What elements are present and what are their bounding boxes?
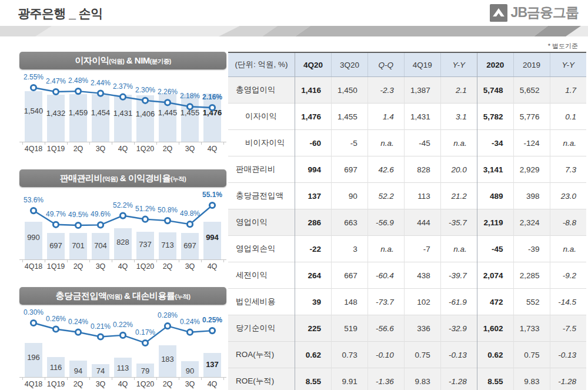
financial-table: (단위: 억원, %)4Q203Q20Q-Q4Q19Y-Y20202019Y-Y… — [228, 52, 586, 390]
table-cell: -35.7 — [440, 209, 477, 236]
table-cell: -34 — [477, 130, 513, 156]
table-row: ROA(누적)0.620.73-0.100.75-0.130.620.75-0.… — [228, 342, 586, 368]
table-cell: 1,455 — [331, 104, 368, 130]
table-cell: -39 — [513, 236, 550, 262]
line-value-label: 0.25% — [197, 316, 228, 324]
row-label: ROA(누적) — [228, 342, 295, 368]
chart-title-left: 충당금전입액 — [55, 291, 106, 301]
table-cell: 286 — [295, 209, 332, 236]
table-cell: 9.83 — [404, 368, 440, 390]
interest-income-nim-chart: 1,5404Q181,4321Q191,4592Q1,4543Q1,4314Q1… — [19, 71, 226, 161]
table-cell: 148 — [331, 289, 368, 315]
brand-name: JB금융그룹 — [511, 4, 579, 22]
table-cell: 1,431 — [404, 104, 440, 130]
table-cell: 472 — [477, 289, 513, 315]
line-marker — [75, 329, 81, 335]
table-cell: 1,387 — [404, 77, 440, 104]
line-marker — [165, 100, 170, 105]
column-header: Q-Q — [368, 52, 404, 77]
column-header: 2020 — [477, 52, 513, 77]
table-cell: -7.5 — [550, 315, 586, 342]
table-cell: 5,782 — [477, 104, 513, 130]
table-cell: 994 — [295, 156, 332, 183]
table-cell: 519 — [331, 315, 368, 342]
chart-title-left: 판매관리비 — [60, 173, 103, 183]
chart-panel-interest-income: 이자이익(억원) & NIM(분기중) 1,5404Q181,4321Q191,… — [19, 52, 226, 161]
table-cell: 2,119 — [477, 209, 513, 236]
row-label: 비이자이익 — [228, 130, 295, 156]
row-label: ROE(누적) — [228, 368, 295, 390]
table-cell: 1,416 — [295, 77, 332, 104]
table-row: 비이자이익-60-5n.a.-45n.a.-34-124n.a. — [228, 130, 586, 156]
table-area: * 별도기준 (단위: 억원, %)4Q203Q20Q-Q4Q19Y-Y2020… — [228, 52, 586, 390]
line-value-label: 2.16% — [197, 93, 228, 101]
table-cell: -7 — [404, 236, 440, 262]
table-cell: -45 — [477, 236, 513, 262]
table-cell: 5,776 — [513, 104, 550, 130]
table-cell: 1.4 — [368, 104, 404, 130]
provision-credit-cost-chart: 1964Q181161Q19942Q743Q1134Q791Q201832Q90… — [19, 306, 226, 390]
line-marker — [120, 213, 125, 218]
table-cell: 1,733 — [513, 315, 550, 342]
table-cell: 20.0 — [440, 156, 477, 183]
column-header: Y-Y — [550, 52, 586, 77]
table-cell: 2,285 — [513, 262, 550, 289]
table-cell: -9.2 — [550, 262, 586, 289]
line-marker — [120, 94, 125, 99]
table-cell: 1.7 — [550, 77, 586, 104]
table-cell: 52.2 — [368, 183, 404, 209]
table-cell: 3 — [331, 236, 368, 262]
chart-title: 충당금전입액(억원) & 대손비용률(누적) — [19, 287, 226, 305]
column-header: 4Q20 — [295, 52, 332, 77]
charts-column: 이자이익(억원) & NIM(분기중) 1,5404Q181,4321Q191,… — [19, 52, 226, 390]
line-marker — [187, 329, 192, 335]
table-cell: 0.62 — [295, 342, 332, 368]
chart-title: 판매관리비(억원) & 이익경비율(누적) — [19, 169, 226, 187]
line-marker — [142, 340, 148, 345]
brand-logo: JB금융그룹 — [490, 4, 579, 22]
table-cell: 0.75 — [513, 342, 550, 368]
table-row: 영업이익286663-56.9444-35.72,1192,324-8.8 — [228, 209, 586, 236]
column-header: 3Q20 — [331, 52, 368, 77]
table-cell: 697 — [331, 156, 368, 183]
table-cell: -0.10 — [368, 342, 404, 368]
table-row: ROE(누적)8.559.91-1.369.83-1.288.559.83-1.… — [228, 368, 586, 390]
table-cell: 2.1 — [440, 77, 477, 104]
chart-panel-sga: 판매관리비(억원) & 이익경비율(누적) 9904Q186971Q197012… — [19, 169, 226, 278]
header-band-decoration — [0, 26, 588, 36]
chart-title-sep: & — [122, 291, 132, 301]
line-marker — [53, 89, 58, 94]
table-cell: -0.13 — [550, 342, 586, 368]
table-cell: 5,748 — [477, 77, 513, 104]
column-header: 4Q19 — [404, 52, 440, 77]
table-row: 충당금전입액1379052.211321.248939823.0 — [228, 183, 586, 209]
chart-title: 이자이익(억원) & NIM(분기중) — [19, 52, 226, 69]
line-marker — [31, 85, 36, 90]
row-label: 총영업이익 — [228, 77, 295, 104]
line-marker — [98, 222, 103, 228]
chart-title-right-sub: (분기중) — [150, 58, 171, 65]
line-marker — [75, 89, 81, 94]
table-cell: 663 — [331, 209, 368, 236]
line-marker — [31, 320, 36, 325]
row-label: 당기순이익 — [228, 315, 295, 342]
table-cell: -1.28 — [440, 368, 477, 390]
table-cell: 552 — [513, 289, 550, 315]
table-cell: 444 — [404, 209, 440, 236]
table-cell: 21.2 — [440, 183, 477, 209]
chart-title-left-sub: (억원) — [109, 58, 124, 65]
table-cell: 7.3 — [550, 156, 586, 183]
table-cell: n.a. — [368, 236, 404, 262]
table-row: 당기순이익225519-56.6336-32.91,6021,733-7.5 — [228, 315, 586, 342]
table-cell: -56.6 — [368, 315, 404, 342]
sga-cir-chart: 9904Q186971Q197012Q7043Q8284Q7371Q207132… — [19, 189, 226, 278]
table-row: 영업외손익-223n.a.-7n.a.-45-39n.a. — [228, 236, 586, 262]
column-header: Y-Y — [440, 52, 477, 77]
table-cell: 1,450 — [331, 77, 368, 104]
line-value-label: 49.8% — [175, 209, 205, 218]
table-cell: -5 — [331, 130, 368, 156]
table-cell: -61.9 — [440, 289, 477, 315]
line-marker — [142, 98, 148, 103]
table-cell: 23.0 — [550, 183, 586, 209]
table-cell: 1,602 — [477, 315, 513, 342]
